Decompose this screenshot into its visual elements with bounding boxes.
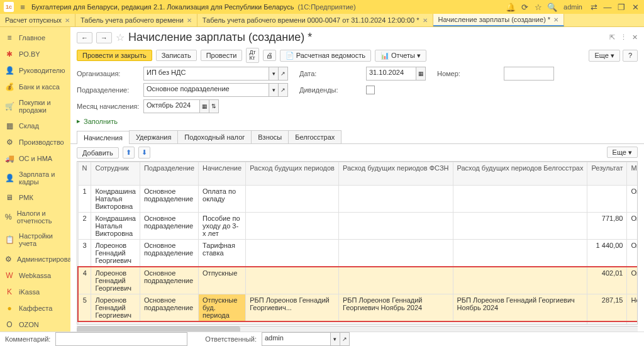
date-label: Дата: (299, 70, 362, 77)
document-tab[interactable]: Начисление зарплаты (создание) *✕ (433, 14, 565, 26)
reports-dropdown[interactable]: 📊 Отчеты ▾ (375, 50, 426, 62)
save-button[interactable]: Записать (156, 50, 197, 61)
sidebar-item[interactable]: 👤Зарплата и кадры (0, 167, 70, 189)
sidebar-item[interactable]: 🖥РМК (0, 189, 70, 206)
header-more-icon[interactable]: ⋮ (620, 33, 627, 42)
run-button[interactable]: Провести (201, 50, 243, 61)
org-open-icon[interactable]: ↗ (279, 67, 288, 81)
col-rbp-bgs[interactable]: Расход будущих периодов Белгосстрах (453, 162, 587, 186)
sidebar-icon: ⚙ (5, 138, 14, 147)
sidebar-item[interactable]: %Налоги и отчетность (0, 206, 70, 228)
tab-close-icon[interactable]: ✕ (553, 16, 558, 23)
star-icon[interactable]: ☆ (533, 2, 543, 12)
payroll-grid[interactable]: N Сотрудник Подразделение Начисление Рас… (77, 162, 637, 324)
nav-forward-button[interactable]: → (96, 32, 112, 43)
current-user[interactable]: admin (564, 3, 582, 11)
sidebar-item[interactable]: ⚙Администрирование (0, 251, 70, 267)
sub-tab[interactable]: Подоходный налог (177, 130, 252, 143)
help-button[interactable]: ? (623, 50, 638, 62)
sidebar-item[interactable]: ▦Склад (0, 118, 70, 134)
sub-tab[interactable]: Взносы (251, 130, 289, 143)
table-row[interactable]: 1Кондрашина Наталья ВикторовнаОсновное п… (78, 186, 637, 213)
tab-close-icon[interactable]: ✕ (187, 17, 192, 24)
window-restore-icon[interactable]: ❐ (616, 2, 626, 12)
col-tax-period[interactable]: Месяц налогового периода (627, 162, 637, 186)
nav-back-button[interactable]: ← (77, 32, 92, 43)
org-pick-icon[interactable]: ▾ (269, 67, 279, 81)
document-tab[interactable]: Табель учета рабочего времени✕ (75, 14, 197, 26)
tab-label: Табель учета рабочего времени (80, 16, 184, 24)
window-close-icon[interactable]: ✕ (630, 2, 640, 12)
detach-icon[interactable]: ⇱ (609, 33, 615, 42)
sidebar-label: Банк и касса (19, 83, 60, 91)
sidebar-item[interactable]: 📋Настройки учета (0, 228, 70, 251)
number-field[interactable] (504, 67, 554, 81)
responsible-open-icon[interactable]: ↗ (340, 332, 350, 346)
sub-tab[interactable]: Белгосстрах (288, 130, 341, 143)
add-row-button[interactable]: Добавить (77, 147, 119, 159)
col-employee[interactable]: Сотрудник (91, 162, 140, 186)
col-rbp[interactable]: Расход будущих периодов (246, 162, 339, 186)
window-divider-icon[interactable]: ⇄ (589, 2, 599, 12)
dtkt-button[interactable]: Дт Кт (246, 48, 258, 63)
sidebar-item[interactable]: OOZON (0, 316, 70, 333)
date-field[interactable]: 31.10.2024 (366, 67, 416, 81)
tab-close-icon[interactable]: ✕ (65, 17, 70, 24)
fill-link[interactable]: Заполнить (70, 114, 644, 128)
run-and-close-button[interactable]: Провести и закрыть (77, 50, 152, 61)
table-row[interactable]: 5Лореонов Геннадий ГеоргиевичОсновное по… (78, 294, 637, 322)
sidebar-item[interactable]: KiKassa (0, 284, 70, 300)
responsible-pick-icon[interactable]: ▾ (331, 332, 340, 346)
col-dept[interactable]: Подразделение (140, 162, 198, 186)
month-calendar-icon[interactable]: ▦ (200, 99, 209, 113)
bell-icon[interactable]: 🔔 (506, 2, 516, 12)
col-n[interactable]: N (78, 162, 91, 186)
history-icon[interactable]: ⟳ (519, 2, 530, 12)
header-close-icon[interactable]: ✕ (632, 33, 638, 42)
month-field[interactable]: Октябрь 2024 (143, 99, 200, 113)
window-minimize-icon[interactable]: — (602, 2, 613, 12)
search-icon[interactable]: 🔍 (547, 2, 557, 12)
table-row[interactable]: 3Лореонов Геннадий ГеоргиевичОсновное по… (78, 240, 637, 267)
toolbar-more-button[interactable]: Еще ▾ (589, 50, 619, 62)
tab-label: Начисление зарплаты (создание) * (438, 16, 551, 23)
dept-field[interactable]: Основное подразделение (143, 83, 269, 97)
date-calendar-icon[interactable]: ▦ (416, 67, 426, 81)
sidebar-item[interactable]: WWebkassa (0, 267, 70, 284)
print-icon-button[interactable]: 🖨 (263, 50, 276, 61)
document-tab[interactable]: Табель учета рабочего времени 0000-0047 … (197, 14, 433, 26)
col-rbp-fszn[interactable]: Расход будущих периодов ФСЗН (338, 162, 453, 186)
sidebar-item[interactable]: 👤Руководителю (0, 62, 70, 79)
payroll-sheet-button[interactable]: 📄 Расчетная ведомость (280, 50, 371, 62)
sidebar-item[interactable]: 🛒Покупки и продажи (0, 95, 70, 118)
responsible-field[interactable]: admin (262, 332, 331, 346)
sub-tab[interactable]: Удержания (129, 130, 178, 143)
menu-icon[interactable]: ≡ (18, 2, 28, 12)
sidebar-item[interactable]: ⚙Производство (0, 134, 70, 150)
sidebar-item[interactable]: ●Каффеста (0, 300, 70, 316)
comment-field[interactable] (55, 332, 187, 346)
dept-pick-icon[interactable]: ▾ (269, 83, 279, 97)
number-label: Номер: (437, 70, 500, 77)
sidebar-item[interactable]: ✱PO.BY (0, 46, 70, 62)
col-result[interactable]: Результат (587, 162, 627, 186)
sidebar-item[interactable]: 💰Банк и касса (0, 79, 70, 95)
month-stepper-icon[interactable]: ⇅ (209, 99, 219, 113)
org-field[interactable]: ИП без НДС (143, 67, 269, 81)
move-down-button[interactable]: ⬇ (138, 147, 150, 159)
dividends-checkbox[interactable] (366, 86, 375, 94)
sidebar-icon: 🖥 (5, 193, 14, 202)
sidebar-item[interactable]: ≡Главное (0, 30, 70, 46)
tab-close-icon[interactable]: ✕ (423, 17, 428, 24)
sub-tab[interactable]: Начисления (77, 131, 130, 144)
col-calc[interactable]: Начисление (199, 162, 246, 186)
move-up-button[interactable]: ⬆ (123, 147, 135, 159)
sidebar-label: Настройки учета (19, 232, 65, 247)
favorite-star-icon[interactable]: ☆ (116, 31, 125, 43)
grid-more-button[interactable]: Еще ▾ (607, 147, 638, 158)
table-row[interactable]: 2Кондрашина Наталья ВикторовнаОсновное п… (78, 213, 637, 240)
document-tab[interactable]: Расчет отпускных✕ (0, 14, 75, 26)
sidebar-item[interactable]: 🚚ОС и НМА (0, 150, 70, 167)
dept-open-icon[interactable]: ↗ (279, 83, 288, 97)
table-row[interactable]: 4Лореонов Геннадий ГеоргиевичОсновное по… (78, 267, 637, 294)
